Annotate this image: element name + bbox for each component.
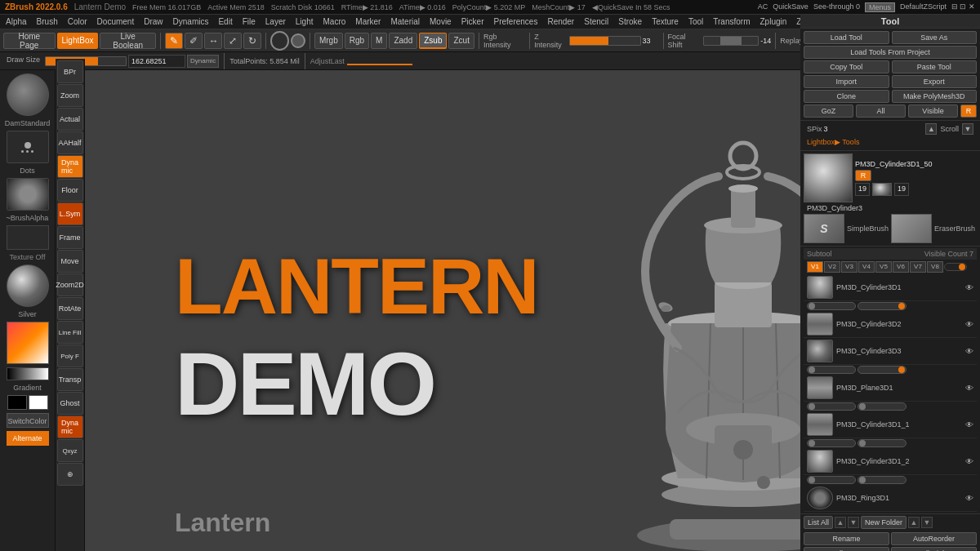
v1-button[interactable]: V1 [807,261,823,273]
menu-texture[interactable]: Texture [649,17,681,26]
menu-macro[interactable]: Macro [321,17,349,26]
new-folder-button[interactable]: New Folder [861,516,906,529]
m-button[interactable]: M [371,33,387,49]
list-all-down-arrow[interactable]: ▼ [848,517,859,528]
alternate-button[interactable]: Alternate [7,431,49,446]
mtb-9[interactable] [807,476,856,484]
aahalf-button[interactable]: AAHalf [57,131,83,154]
ac-button[interactable]: AC [758,2,768,12]
auto-reorder-button[interactable]: AutoReorder [891,532,977,545]
linefill-button[interactable]: Line Fill [57,321,83,344]
mesh-row-7[interactable]: PM3D_Ring3D1 👁 [804,485,977,512]
mrgb-button[interactable]: Mrgb [314,33,343,49]
menu-preferences[interactable]: Preferences [491,17,540,26]
eye-icon-5[interactable]: 👁 [965,420,973,429]
z-intensity-slider[interactable] [569,36,641,46]
menu-material[interactable]: Material [388,17,422,26]
eye-icon-3[interactable]: 👁 [965,347,973,356]
all-high-button[interactable]: All High [891,547,977,551]
current-tool-thumbnail[interactable] [804,153,853,202]
mesh-row-3[interactable]: PM3D_Cylinder3D3 👁 [804,338,977,365]
move-button[interactable]: ↔ [204,33,222,49]
new-folder-down[interactable]: ▼ [921,517,933,528]
eye-icon-4[interactable]: 👁 [965,384,973,393]
brush-preview[interactable] [7,73,49,116]
menu-layer[interactable]: Layer [263,17,288,26]
menu-brush[interactable]: Brush [34,17,60,26]
mesh-row-6[interactable]: PM3D_Cylinder3D1_2 👁 [804,448,977,475]
rename-button[interactable]: Rename [804,532,889,545]
material-preview[interactable] [7,264,49,307]
v2-button[interactable]: V2 [824,261,840,273]
ghost-button[interactable]: Ghost [57,392,83,415]
transp-button[interactable]: Transp [57,368,83,391]
swatch-black[interactable] [7,395,27,410]
mtb-3[interactable] [807,366,856,374]
draw-mode-button[interactable]: ✎ [165,33,183,49]
v7-button[interactable]: V7 [910,261,926,273]
menu-stencil[interactable]: Stencil [581,17,611,26]
menu-document[interactable]: Document [95,17,137,26]
zsub-button[interactable]: Zsub [419,33,447,49]
persp-button[interactable]: ⊕ [57,463,83,486]
export-button[interactable]: Export [892,75,978,88]
eye-icon-2[interactable]: 👁 [965,320,973,329]
mtb-1[interactable] [807,302,856,310]
alpha-preview[interactable] [7,178,49,211]
visible-button[interactable]: Visible [908,104,958,118]
menu-edit[interactable]: Edit [216,17,234,26]
menu-zplugin[interactable]: Zplugin [758,17,790,26]
zoom2d-button[interactable]: Zoom2D [57,273,83,296]
mtb-8[interactable] [858,439,906,447]
load-tools-from-project-button[interactable]: Load Tools From Project [804,46,977,59]
switch-color-button[interactable]: SwitchColor [7,413,49,428]
menus-button[interactable]: Menus [865,2,895,12]
menu-transform[interactable]: Transform [710,17,752,26]
mtb-2[interactable] [858,302,906,310]
home-page-button[interactable]: Home Page [3,33,56,49]
lsym-button[interactable]: L.Sym [57,202,83,225]
dynamic-icon-button[interactable]: Dynamic [57,155,83,178]
mtb-4[interactable] [858,366,906,374]
simple-brush-thumb[interactable]: S [804,214,844,243]
brush-filled-circle[interactable] [291,33,305,48]
v6-button[interactable]: V6 [893,261,909,273]
zoom-button[interactable]: Zoom [57,84,83,107]
mesh-row-4[interactable]: PM3D_Plane3D1 👁 [804,375,977,402]
rotate-button[interactable]: ↻ [243,33,261,49]
mesh-row-5[interactable]: PM3D_Cylinder3D1_1 👁 [804,411,977,438]
draw2-button[interactable]: ✐ [185,33,203,49]
mtb-7[interactable] [807,439,856,447]
eraser-brush-thumb[interactable] [891,214,932,243]
swatch-white[interactable] [29,395,48,410]
mtb-6[interactable] [858,402,906,411]
vis-toggle1[interactable] [944,263,967,271]
mtb-10[interactable] [858,476,906,484]
menu-picker[interactable]: Picker [459,17,487,26]
menu-stroke[interactable]: Stroke [616,17,644,26]
dots-brush-selector[interactable] [7,131,49,163]
eye-icon-1[interactable]: 👁 [965,283,973,292]
menu-light[interactable]: Light [293,17,316,26]
bpr-button[interactable]: BPr [57,60,83,83]
dynamic2-button[interactable]: Dynamic [57,415,83,438]
qxyz-button[interactable]: Qxyz [57,439,83,462]
eye-icon-7[interactable]: 👁 [965,494,973,503]
menu-tool[interactable]: Tool [686,17,706,26]
mesh-row-1[interactable]: PM3D_Cylinder3D1 👁 [804,274,977,301]
clone-button[interactable]: Clone [804,90,889,103]
all-button[interactable]: All [856,104,906,118]
v3-button[interactable]: V3 [841,261,858,273]
menu-marker[interactable]: Marker [353,17,383,26]
v5-button[interactable]: V5 [875,261,892,273]
menu-alpha[interactable]: Alpha [3,17,29,26]
scale-button[interactable]: ⤢ [224,33,242,49]
floor-button[interactable]: Floor [57,179,83,202]
color-picker[interactable] [7,322,49,364]
scroll-down-button[interactable]: ▼ [962,123,973,135]
rotate-icon-button[interactable]: RotAte [57,297,83,320]
r-button[interactable]: R [960,104,977,118]
all-low-button[interactable]: All Low [804,547,889,551]
polyf-button[interactable]: Poly F [57,344,83,367]
new-folder-up[interactable]: ▲ [908,517,920,528]
